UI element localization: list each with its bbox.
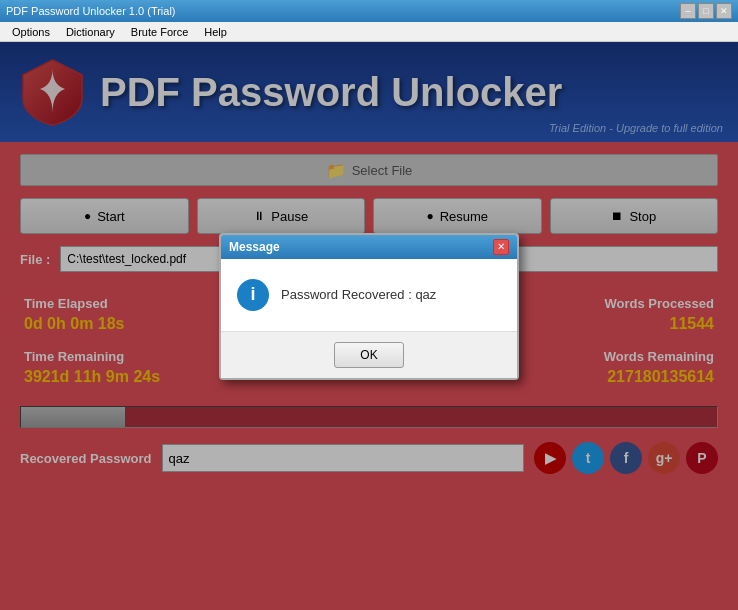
- modal-close-button[interactable]: ✕: [493, 239, 509, 255]
- minimize-button[interactable]: –: [680, 3, 696, 19]
- modal-overlay: Message ✕ i Password Recovered : qaz OK: [0, 42, 738, 610]
- menu-help[interactable]: Help: [196, 26, 235, 38]
- title-bar-text: PDF Password Unlocker 1.0 (Trial): [6, 5, 176, 17]
- info-icon: i: [237, 279, 269, 311]
- menu-bar: Options Dictionary Brute Force Help: [0, 22, 738, 42]
- ok-button[interactable]: OK: [334, 342, 404, 368]
- title-bar-buttons: – □ ✕: [680, 3, 732, 19]
- menu-brute-force[interactable]: Brute Force: [123, 26, 196, 38]
- modal-title: Message: [229, 240, 280, 254]
- menu-dictionary[interactable]: Dictionary: [58, 26, 123, 38]
- maximize-button[interactable]: □: [698, 3, 714, 19]
- modal-body: i Password Recovered : qaz: [221, 259, 517, 331]
- modal-message: Password Recovered : qaz: [281, 287, 436, 302]
- close-button[interactable]: ✕: [716, 3, 732, 19]
- message-dialog: Message ✕ i Password Recovered : qaz OK: [219, 233, 519, 380]
- modal-footer: OK: [221, 331, 517, 378]
- main-window: PDF Password Unlocker Trial Edition - Up…: [0, 42, 738, 610]
- title-bar: PDF Password Unlocker 1.0 (Trial) – □ ✕: [0, 0, 738, 22]
- menu-options[interactable]: Options: [4, 26, 58, 38]
- modal-title-bar: Message ✕: [221, 235, 517, 259]
